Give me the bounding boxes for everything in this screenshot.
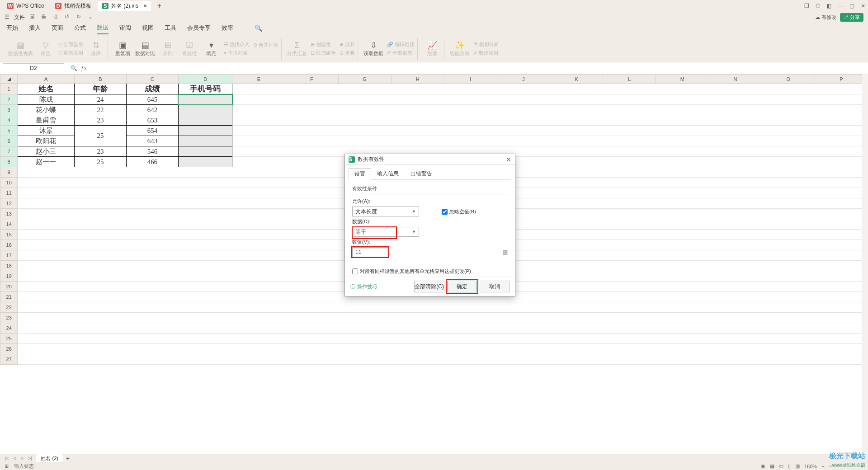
data-select[interactable]: 等于▼ [352, 227, 419, 237]
row-header[interactable]: 4 [0, 115, 18, 126]
dialog-tab-error[interactable]: 出错警告 [405, 168, 438, 179]
zoom-slider[interactable] [829, 465, 856, 467]
col-header[interactable]: M [656, 75, 709, 84]
col-header[interactable]: J [497, 75, 550, 84]
row-header[interactable]: 17 [0, 250, 18, 261]
ribbon-tab-view[interactable]: 视图 [142, 24, 154, 34]
cell[interactable]: 成绩 [126, 84, 178, 94]
ungroup-button[interactable]: ⊟ 取消组合 [311, 50, 336, 56]
refresh-button[interactable]: ⟳ 全部刷新 [387, 50, 415, 56]
cell-selected[interactable] [178, 105, 232, 115]
fx-icon[interactable]: ƒx [81, 65, 87, 71]
cube-icon[interactable]: ⬡ [816, 3, 820, 9]
showall-button[interactable]: ▽ 全部显示 [58, 41, 83, 48]
cell[interactable]: 欧阳花 [18, 136, 75, 146]
row-header[interactable]: 27 [0, 354, 18, 365]
row-header[interactable]: 11 [0, 188, 18, 198]
row-header[interactable]: 7 [0, 146, 18, 157]
col-header[interactable]: N [709, 75, 762, 84]
sheet-nav-first[interactable]: |< [4, 456, 9, 461]
grid-icon[interactable]: ▦ [770, 463, 774, 469]
row-header[interactable]: 16 [0, 240, 18, 250]
cell-merged[interactable]: 25 [74, 126, 126, 146]
cell[interactable]: 花小蝶 [18, 105, 75, 115]
file-menu[interactable]: 文件 [14, 14, 25, 21]
more-icon[interactable]: ⌄ [88, 14, 95, 21]
row-header[interactable]: 13 [0, 209, 18, 219]
cell[interactable] [18, 302, 868, 313]
row-header[interactable]: 9 [0, 167, 18, 178]
col-header[interactable]: G [338, 75, 391, 84]
sheet-nav-last[interactable]: >| [27, 456, 33, 461]
view-break-icon[interactable]: ▥ [795, 463, 800, 469]
consol-button[interactable]: ⊕ 合并计算 [253, 42, 278, 48]
getdata-button[interactable]: ⇩获取数据 [363, 40, 383, 57]
cell[interactable]: 466 [126, 157, 178, 167]
contrast-button[interactable]: ▤数据对比 [135, 40, 155, 57]
value-input[interactable]: 11 [352, 247, 388, 257]
datacheck-button[interactable]: ✔ 数据校对 [473, 50, 499, 56]
col-header[interactable]: I [444, 75, 497, 84]
row-header[interactable]: 6 [0, 136, 18, 146]
ribbon-tab-page[interactable]: 页面 [52, 24, 63, 34]
cell-selected[interactable] [178, 115, 232, 126]
expand-button[interactable]: ⊕ 展开 [340, 41, 355, 48]
avatar-icon[interactable]: ◧ [826, 3, 831, 9]
cell[interactable]: 25 [74, 157, 126, 167]
dropdown-button[interactable]: ▾ 下拉列表 [224, 50, 250, 56]
cell[interactable]: 陈成 [18, 94, 75, 105]
zoom-in-icon[interactable]: + [861, 464, 863, 469]
cell[interactable] [232, 105, 868, 115]
ribbon-tab-data[interactable]: 数据 [97, 24, 108, 34]
eye-icon[interactable]: ◉ [761, 463, 765, 469]
layout-icon[interactable]: ⊞ [5, 463, 9, 469]
group-button[interactable]: ⊞ 创建组 [311, 41, 336, 48]
sheet-nav-next[interactable]: > [20, 456, 24, 461]
cell[interactable] [232, 157, 868, 167]
row-header[interactable]: 22 [0, 302, 18, 313]
sim-button[interactable]: ⚗ 模拟分析 [473, 41, 499, 48]
ignore-blank-checkbox[interactable]: 忽略空值(B) [442, 208, 476, 215]
undo-icon[interactable]: ↺ [65, 14, 72, 21]
vertical-scrollbar[interactable] [862, 74, 868, 454]
tab-add[interactable]: + [153, 1, 166, 11]
view-page-icon[interactable]: ▯ [788, 463, 791, 469]
cell[interactable]: 24 [74, 94, 126, 105]
sheet-tab[interactable]: 姓名 (2) [36, 454, 63, 463]
row-header[interactable]: 2 [0, 94, 18, 105]
row-header[interactable]: 8 [0, 157, 18, 167]
cell[interactable] [18, 344, 868, 354]
cell-selected[interactable] [178, 146, 232, 157]
cell[interactable]: 642 [126, 105, 178, 115]
ribbon-tab-member[interactable]: 会员专享 [187, 24, 211, 34]
col-header[interactable]: P [815, 75, 868, 84]
range-picker-icon[interactable]: ▥ [503, 249, 508, 255]
cell[interactable] [18, 323, 868, 334]
sheet-nav-prev[interactable]: < [12, 456, 17, 461]
cell-selected[interactable] [178, 157, 232, 167]
cell[interactable] [232, 146, 868, 157]
save-icon[interactable]: 🖫 [29, 14, 37, 21]
col-header[interactable]: L [603, 75, 656, 84]
cell[interactable] [18, 313, 868, 323]
row-header[interactable]: 1 [0, 84, 18, 94]
cell-selected[interactable] [178, 94, 232, 105]
filter-button[interactable]: ▽筛选 [37, 40, 55, 57]
printpreview-icon[interactable]: 🖨 [53, 14, 60, 21]
stocks-button[interactable]: 📈股票 [423, 40, 441, 57]
cell[interactable]: 654 [126, 126, 178, 136]
tip-link[interactable]: ⓘ 操作技巧 [350, 283, 377, 290]
cell[interactable]: 手机号码 [178, 84, 232, 94]
col-header[interactable]: A [18, 75, 75, 84]
pivot-button[interactable]: ▦数据透视表 [8, 40, 33, 57]
row-header[interactable]: 26 [0, 344, 18, 354]
row-header[interactable]: 20 [0, 282, 18, 292]
tab-file[interactable]: S姓名 (2).xls [98, 1, 151, 11]
cell[interactable]: 赵一一 [18, 157, 75, 167]
cell[interactable]: 643 [126, 136, 178, 146]
cell[interactable]: 22 [74, 105, 126, 115]
cell[interactable]: 23 [74, 115, 126, 126]
cell[interactable] [232, 94, 868, 105]
editlink-button[interactable]: 🔗 编辑链接 [387, 41, 415, 48]
clear-all-button[interactable]: 全部清除(C) [414, 281, 444, 292]
